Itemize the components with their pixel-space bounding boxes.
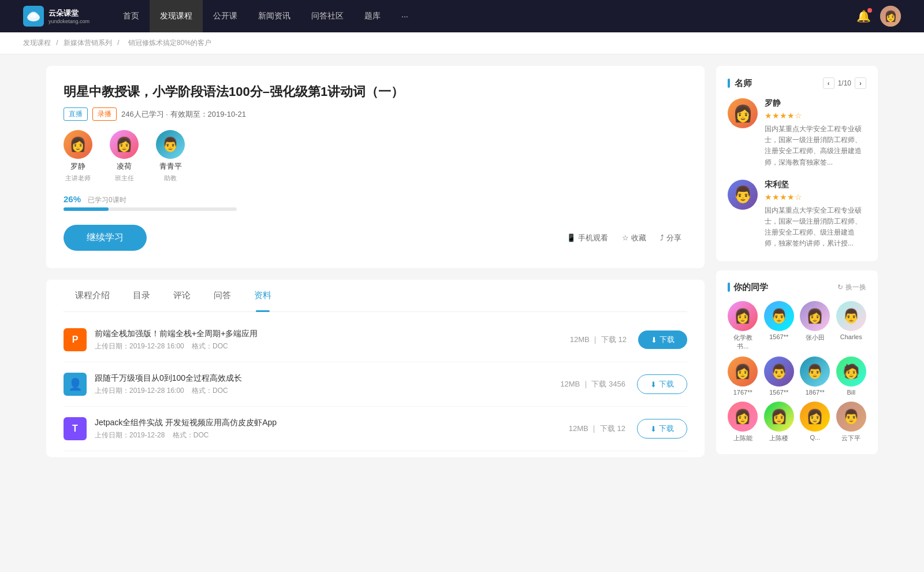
classmate-name-5: 1767** xyxy=(733,389,752,396)
classmate-avatar-11: 👩 xyxy=(800,402,830,432)
teacher-avatar-1: 👩 xyxy=(64,130,92,159)
sidebar-teacher-avatar-1: 👩 xyxy=(728,98,758,128)
classmate-avatar-7: 👨 xyxy=(800,356,830,387)
teachers-sidebar-title: 名师 xyxy=(735,78,752,89)
progress-bar-fill xyxy=(64,207,109,211)
resource-title-2: 跟随千万级项目从0到100全过程高效成长 xyxy=(95,373,560,384)
refresh-classmates-button[interactable]: ↻ 换一换 xyxy=(837,283,866,292)
classmate-7[interactable]: 👨 1867** xyxy=(800,356,830,396)
download-button-3[interactable]: ⬇ 下载 xyxy=(637,419,687,439)
resource-info-2: 跟随千万级项目从0到100全过程高效成长 上传日期：2019-12-28 16:… xyxy=(95,373,560,396)
teachers: 👩 罗静 主讲老师 👩 凌荷 班主任 👨 青青平 助教 xyxy=(64,130,687,183)
nav-news[interactable]: 新闻资讯 xyxy=(248,0,301,32)
favorite-button[interactable]: ☆ 收藏 xyxy=(616,233,652,243)
resource-item-3: T Jetpack全组件实战 开发短视频应用高仿皮皮虾App 上传日期：2019… xyxy=(64,407,687,451)
tab-qa[interactable]: 问答 xyxy=(202,280,243,311)
sidebar-teacher-1: 👩 罗静 ★★★★☆ 国内某重点大学安全工程专业硕士，国家一级注册消防工程师、注… xyxy=(728,98,866,168)
tab-reviews[interactable]: 评论 xyxy=(162,280,202,311)
breadcrumb-sep-1: / xyxy=(56,39,60,47)
classmate-avatar-12: 👨 xyxy=(836,402,866,432)
nav-exam[interactable]: 题库 xyxy=(354,0,391,32)
left-section: 明星中教授课，小学阶段语法100分–强化级第1讲动词（一） 直播 录播 246人… xyxy=(46,66,705,463)
breadcrumb: 发现课程 / 新媒体营销系列 / 销冠修炼术搞定80%的客户 xyxy=(0,32,924,54)
page-indicator: 1/10 xyxy=(838,79,851,87)
classmate-8[interactable]: 🧑 Bill xyxy=(836,356,867,396)
classmate-1[interactable]: 👩 化学教书... xyxy=(728,301,758,351)
classmate-2[interactable]: 👨 1567** xyxy=(764,301,795,351)
main-container: 明星中教授课，小学阶段语法100分–强化级第1讲动词（一） 直播 录播 246人… xyxy=(23,54,901,475)
download-button-1[interactable]: ⬇ 下载 xyxy=(638,330,687,349)
refresh-icon: ↻ xyxy=(837,283,843,291)
nav-open[interactable]: 公开课 xyxy=(203,0,248,32)
classmates-grid: 👩 化学教书... 👨 1567** 👩 张小田 👨 Charles 👩 xyxy=(728,301,866,443)
classmate-name-8: Bill xyxy=(847,389,855,396)
tab-catalog[interactable]: 目录 xyxy=(121,280,162,311)
classmate-name-9: 上陈能 xyxy=(733,434,752,443)
resource-stats-3: 12MB ｜ 下载 12 xyxy=(569,424,625,434)
continue-button[interactable]: 继续学习 xyxy=(64,225,147,251)
action-row: 继续学习 📱 手机观看 ☆ 收藏 ⤴ 分享 xyxy=(64,225,687,251)
breadcrumb-link-2[interactable]: 新媒体营销系列 xyxy=(64,39,112,47)
tabs-section: 课程介绍 目录 评论 问答 资料 P 前端全栈加强版！前端全栈+全周期+多端应用… xyxy=(46,280,705,457)
page-next-btn[interactable]: › xyxy=(855,77,866,89)
classmate-10[interactable]: 👩 上陈楼 xyxy=(764,402,795,443)
breadcrumb-link-1[interactable]: 发现课程 xyxy=(23,39,51,47)
tag-live: 直播 xyxy=(64,107,88,121)
page-prev-btn[interactable]: ‹ xyxy=(823,77,834,89)
teacher-1: 👩 罗静 主讲老师 xyxy=(64,130,92,183)
sidebar-teacher-stars-2: ★★★★☆ xyxy=(765,192,866,202)
classmates-title: 你的同学 xyxy=(728,282,768,293)
share-button[interactable]: ⤴ 分享 xyxy=(654,233,687,243)
teacher-name-2: 凌荷 xyxy=(117,161,132,172)
download-button-2[interactable]: ⬇ 下载 xyxy=(637,374,687,394)
nav-more[interactable]: ··· xyxy=(391,0,419,32)
navbar: 云朵课堂 yundoketang.com 首页 发现课程 公开课 新闻资讯 问答… xyxy=(0,0,924,32)
tab-resources[interactable]: 资料 xyxy=(243,280,283,311)
logo-sub: yundoketang.com xyxy=(49,18,90,24)
progress-section: 26% 已学习0课时 xyxy=(64,194,687,211)
classmate-3[interactable]: 👩 张小田 xyxy=(800,301,830,351)
classmate-name-12: 云下平 xyxy=(841,434,860,443)
resource-list: P 前端全栈加强版！前端全栈+全周期+多端应用 上传日期：2019-12-28 … xyxy=(64,312,687,457)
course-tags: 直播 录播 246人已学习 · 有效期至：2019-10-21 xyxy=(64,107,687,121)
resource-meta-2: 上传日期：2019-12-28 16:00 格式：DOC xyxy=(95,386,560,396)
classmate-5[interactable]: 👩 1767** xyxy=(728,356,758,396)
mobile-view-button[interactable]: 📱 手机观看 xyxy=(561,233,614,243)
progress-bar-bg xyxy=(64,207,237,211)
classmate-4[interactable]: 👨 Charles xyxy=(836,301,867,351)
classmate-name-11: Q... xyxy=(810,434,820,441)
classmate-11[interactable]: 👩 Q... xyxy=(800,402,830,443)
sidebar-teacher-avatar-2: 👨 xyxy=(728,180,758,210)
classmates-sidebar-card: 你的同学 ↻ 换一换 👩 化学教书... 👨 1567** 👩 xyxy=(716,270,878,454)
classmate-avatar-1: 👩 xyxy=(728,301,758,331)
nav-home[interactable]: 首页 xyxy=(113,0,150,32)
classmate-name-1: 化学教书... xyxy=(728,333,758,351)
notification-bell[interactable]: 🔔 xyxy=(856,9,871,23)
sidebar-teacher-name-1: 罗静 xyxy=(765,98,866,109)
resource-icon-1: P xyxy=(64,328,87,351)
breadcrumb-sep-2: / xyxy=(117,39,121,47)
resource-info-3: Jetpack全组件实战 开发短视频应用高仿皮皮虾App 上传日期：2019-1… xyxy=(95,418,569,440)
tab-intro[interactable]: 课程介绍 xyxy=(64,280,121,311)
nav-right: 🔔 👩 xyxy=(856,6,901,27)
right-sidebar: 名师 ‹ 1/10 › 👩 罗静 ★★★★☆ 国内某重点大学安全工程专业硕士，国… xyxy=(716,66,878,463)
sidebar-teacher-2: 👨 宋利坚 ★★★★☆ 国内某重点大学安全工程专业硕士，国家一级注册消防工程师、… xyxy=(728,180,866,250)
classmate-avatar-4: 👨 xyxy=(836,301,866,331)
teacher-role-1: 主讲老师 xyxy=(65,174,91,183)
teacher-3: 👨 青青平 助教 xyxy=(156,130,185,183)
user-avatar-nav[interactable]: 👩 xyxy=(880,6,901,27)
resource-icon-3: T xyxy=(64,417,87,440)
logo[interactable]: 云朵课堂 yundoketang.com xyxy=(23,6,90,27)
classmate-12[interactable]: 👨 云下平 xyxy=(836,402,867,443)
classmate-9[interactable]: 👩 上陈能 xyxy=(728,402,758,443)
nav-qa[interactable]: 问答社区 xyxy=(301,0,354,32)
classmate-6[interactable]: 👨 1567** xyxy=(764,356,795,396)
teacher-name-3: 青青平 xyxy=(159,161,182,172)
tabs-header: 课程介绍 目录 评论 问答 资料 xyxy=(64,280,687,312)
sidebar-teacher-stars-1: ★★★★☆ xyxy=(765,111,866,120)
nav-discover[interactable]: 发现课程 xyxy=(150,0,203,32)
resource-meta-3: 上传日期：2019-12-28 格式：DOC xyxy=(95,430,569,440)
classmate-avatar-5: 👩 xyxy=(728,356,758,387)
classmate-avatar-3: 👩 xyxy=(800,301,830,331)
resource-item-1: P 前端全栈加强版！前端全栈+全周期+多端应用 上传日期：2019-12-28 … xyxy=(64,318,687,362)
